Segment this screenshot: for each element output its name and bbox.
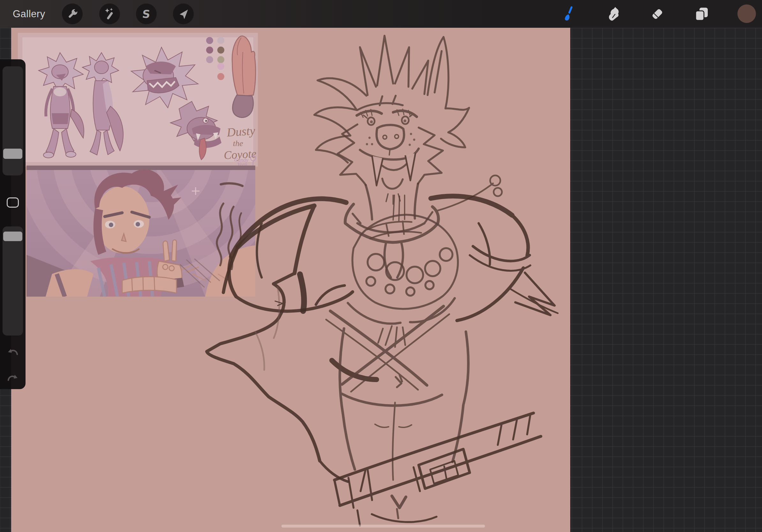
redo-button[interactable] — [6, 374, 19, 383]
actions-button[interactable] — [62, 4, 83, 24]
paint-tool-button[interactable] — [559, 5, 578, 23]
magic-wand-icon — [104, 8, 116, 21]
canvas[interactable]: Dusty the Coyote Candy Yeen — [11, 28, 570, 532]
brush-size-handle[interactable] — [3, 149, 22, 159]
layers-icon — [692, 5, 710, 23]
smudge-finger-icon — [604, 5, 622, 23]
top-toolbar: Gallery S — [0, 0, 762, 28]
undo-icon — [6, 348, 19, 358]
smudge-tool-button[interactable] — [603, 5, 622, 23]
undo-button[interactable] — [6, 348, 19, 358]
selection-button[interactable]: S — [136, 4, 157, 24]
gallery-button[interactable]: Gallery — [13, 0, 45, 28]
wrench-icon — [66, 8, 79, 21]
erase-tool-button[interactable] — [648, 5, 667, 23]
transform-button[interactable] — [173, 4, 194, 24]
opacity-handle[interactable] — [3, 232, 22, 241]
opacity-slider[interactable] — [3, 227, 23, 336]
eraser-icon — [648, 5, 666, 23]
brush-sidebar — [0, 59, 26, 389]
brush-size-slider[interactable] — [3, 66, 23, 175]
character-sketch — [11, 28, 570, 532]
selection-s-icon: S — [142, 8, 151, 21]
paint-brush-icon — [560, 5, 577, 23]
layers-button[interactable] — [692, 5, 711, 23]
home-indicator[interactable] — [281, 525, 485, 528]
transform-arrow-icon — [177, 8, 190, 21]
redo-icon — [6, 374, 19, 383]
active-color-swatch[interactable] — [737, 4, 756, 23]
modify-button[interactable] — [7, 197, 19, 208]
adjustments-button[interactable] — [99, 4, 120, 24]
